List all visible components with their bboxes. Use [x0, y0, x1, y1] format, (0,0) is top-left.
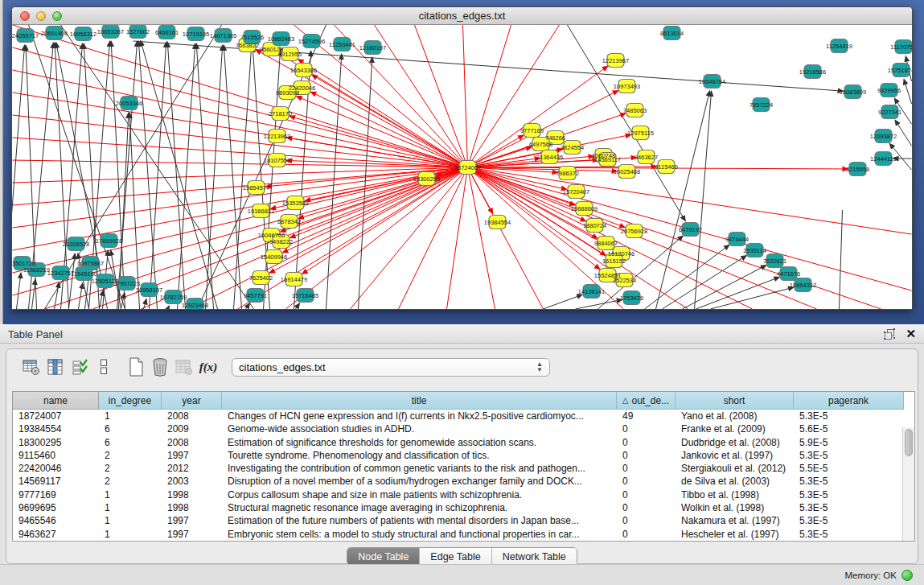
table-cell-title: Embryonic stem cells: a model to study s…: [222, 528, 617, 541]
graph-node-label: 10973493: [614, 83, 640, 90]
table-row[interactable]: 2242004622012Investigating the contribut…: [13, 462, 914, 475]
graph-node-label: 16648784: [699, 78, 725, 85]
graph-node-label: 20756928: [621, 228, 647, 235]
table-cell-title: Tourette syndrome. Phenomenology and cla…: [222, 449, 617, 462]
column-checklist-icon[interactable]: [68, 356, 92, 378]
table-cell-pagerank: 5.3E-5: [794, 528, 904, 541]
table-panel-header[interactable]: Table Panel ✕: [0, 324, 924, 344]
column-header-in_degree[interactable]: in_degree: [99, 392, 162, 410]
table-cell-out_degree: 0: [617, 422, 676, 435]
graph-edge: [190, 167, 468, 309]
graph-node-label: 24055717: [12, 32, 39, 39]
graph-node-label: 16914479: [281, 276, 307, 283]
graph-edge: [468, 167, 817, 309]
table-cell-year: 2003: [162, 475, 222, 488]
table-row[interactable]: 1872400712008Changes of HCN gene express…: [13, 410, 914, 422]
graph-node-label: 20691406: [41, 30, 68, 37]
network-view-window[interactable]: citations_edges.txt 18724007: [11, 6, 913, 310]
row-height-icon[interactable]: [92, 356, 116, 378]
control-panel-divider[interactable]: [0, 0, 3, 324]
column-header-pagerank[interactable]: pagerank: [794, 392, 904, 410]
graph-edge: [13, 115, 468, 167]
graph-node-label: 9474444: [725, 236, 749, 243]
table-row[interactable]: 1456911722003Disruption of a novel membe…: [13, 475, 914, 488]
table-scrollbar[interactable]: [902, 427, 914, 541]
table-cell-out_degree: 0: [617, 514, 676, 527]
column-header-title[interactable]: title: [222, 392, 617, 410]
table-cell-out_degree: 0: [617, 462, 676, 475]
graph-node-label: 12923468: [182, 302, 208, 309]
graph-node-label: 20053346: [116, 100, 142, 107]
node-table: namein_degreeyeartitle△out_de...shortpag…: [12, 391, 915, 542]
table-row[interactable]: 946554611997Estimation of the future num…: [13, 514, 914, 527]
table-cell-short: Stergiakouli et al. (2012): [676, 462, 794, 475]
new-document-icon[interactable]: [124, 356, 148, 378]
table-cell-out_degree: 0: [617, 475, 676, 488]
table-cell-in_degree: 6: [99, 436, 162, 449]
zoom-window-button[interactable]: [52, 11, 62, 21]
table-row[interactable]: 1830029562008Estimation of significance …: [13, 436, 914, 449]
table-row[interactable]: 1938455462009Genome-wide association stu…: [13, 422, 914, 435]
table-cell-in_degree: 1: [99, 514, 162, 527]
close-window-button[interactable]: [20, 11, 30, 21]
table-cell-short: Yano et al. (2008): [676, 410, 794, 422]
graph-edge: [656, 91, 710, 309]
graph-node-label: 18107550: [264, 157, 290, 164]
function-builder-icon[interactable]: f(x): [196, 356, 220, 378]
table-toolbar: f(x) citations_edges.txt ▲▼: [6, 349, 918, 385]
graph-edge: [168, 306, 170, 309]
graph-node-label: 11545190: [71, 270, 97, 278]
table-cell-title: Investigating the contribution of common…: [222, 462, 617, 475]
graph-node-label: 9777169: [520, 127, 544, 134]
table-scrollbar-thumb[interactable]: [905, 429, 913, 456]
table-cell-pagerank: 5.3E-5: [794, 449, 904, 462]
graph-node-label: 7515526: [240, 34, 264, 41]
window-titlebar[interactable]: citations_edges.txt: [12, 7, 912, 25]
memory-status-indicator[interactable]: [901, 570, 913, 581]
column-header-name[interactable]: name: [13, 392, 99, 410]
graph-node-label: 2522534: [613, 277, 636, 284]
table-cell-title: Changes of HCN gene expression and I(f) …: [222, 410, 617, 422]
graph-edge: [544, 295, 583, 309]
float-panel-icon[interactable]: [884, 328, 896, 340]
tab-node-table[interactable]: Node Table: [347, 548, 420, 565]
table-header-row: namein_degreeyeartitle△out_de...shortpag…: [13, 392, 914, 410]
network-canvas[interactable]: 1872400718300295193845547663822956012889…: [12, 25, 912, 309]
graph-node-label: 2718170: [269, 110, 292, 117]
table-cell-out_degree: 49: [617, 410, 676, 422]
graph-node-label: 15716485: [292, 292, 318, 299]
table-settings-icon[interactable]: [19, 356, 43, 378]
tab-edge-table[interactable]: Edge Table: [420, 548, 491, 565]
table-cell-name: 22420046: [13, 462, 99, 475]
close-panel-icon[interactable]: ✕: [906, 328, 916, 340]
minimize-window-button[interactable]: [36, 11, 46, 21]
import-table-disabled-icon: [172, 356, 196, 378]
graph-node-label: 10719195: [183, 31, 209, 38]
graph-node-label: 7857224: [749, 101, 773, 109]
graph-node-label: 1527602: [126, 28, 150, 35]
table-selector-dropdown[interactable]: citations_edges.txt ▲▼: [232, 358, 550, 377]
column-header-year[interactable]: year: [162, 392, 222, 410]
graph-node-label: 18300295: [413, 175, 440, 183]
graph-node-label: 16543386: [290, 67, 317, 74]
graph-node-label: 15720407: [563, 188, 589, 196]
graph-node-label: 10653287: [97, 28, 124, 35]
table-cell-pagerank: 5.3E-5: [794, 475, 904, 488]
delete-trash-icon[interactable]: [148, 356, 172, 378]
graph-edge: [696, 277, 780, 309]
graph-node-label: 15409946: [261, 253, 287, 261]
tab-network-table[interactable]: Network Table: [492, 548, 577, 565]
table-row[interactable]: 946362711997Embryonic stem cells: a mode…: [13, 528, 914, 541]
table-row[interactable]: 977716911998Corpus callosum shape and si…: [13, 488, 914, 501]
graph-edge: [468, 167, 881, 309]
column-header-out_degree[interactable]: △out_de...: [617, 392, 676, 410]
graph-edge: [296, 303, 300, 309]
table-cell-pagerank: 5.5E-5: [794, 462, 904, 475]
table-row[interactable]: 911546021997Tourette syndrome. Phenomeno…: [13, 449, 914, 462]
graph-node-label: 20206528: [63, 241, 89, 248]
column-header-short[interactable]: short: [676, 392, 794, 410]
table-row[interactable]: 969969511998Structural magnetic resonanc…: [13, 501, 914, 514]
table-column-select-icon[interactable]: [43, 356, 68, 378]
table-panel-title: Table Panel: [8, 328, 874, 340]
graph-edge: [359, 57, 372, 309]
